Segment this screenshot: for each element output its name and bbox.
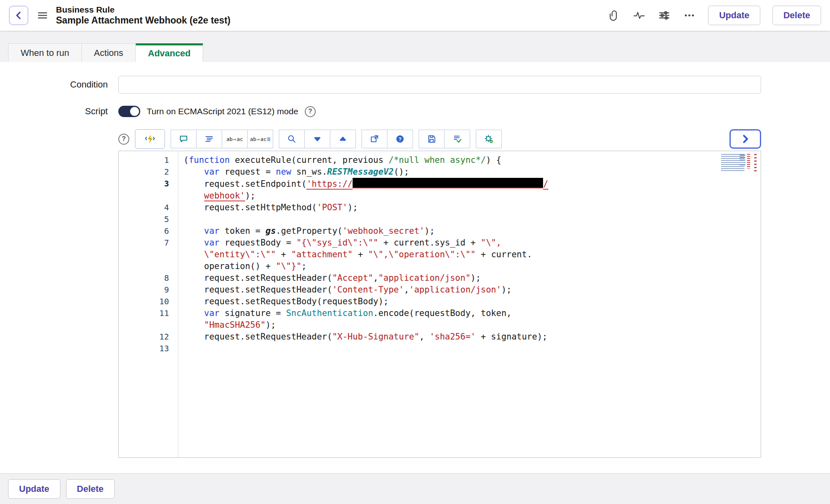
help-filled-icon: ? (395, 134, 405, 144)
replace-all-button[interactable]: ab→ac≣ (247, 130, 273, 148)
line-number: 10 (119, 296, 178, 308)
code-line[interactable]: 11 var signature = SncAuthentication.enc… (119, 308, 761, 319)
external-link-icon (370, 134, 379, 144)
personalize-sliders-icon[interactable] (658, 9, 671, 22)
tab-advanced[interactable]: Advanced (136, 43, 203, 62)
es-mode-toggle[interactable] (118, 106, 140, 117)
script-row: Script Turn on ECMAScript 2021 (ES12) mo… (0, 106, 761, 117)
line-number: 5 (119, 214, 178, 225)
header-actions: Update Delete (608, 6, 821, 25)
open-in-window-button[interactable] (362, 130, 387, 148)
tab-actions[interactable]: Actions (82, 43, 136, 62)
script-check-icon (452, 134, 462, 144)
code-line[interactable]: 13 (119, 343, 761, 355)
script-code-editor[interactable]: 1(function executeRule(current, previous… (118, 151, 761, 458)
format-code-button[interactable] (196, 130, 222, 148)
code-line[interactable]: "HmacSHA256"); (119, 319, 761, 331)
line-number: 3 (119, 178, 178, 190)
line-number: 9 (119, 284, 178, 296)
editor-minimap[interactable] (720, 153, 757, 173)
search-tools-group (279, 130, 356, 148)
attachment-icon[interactable] (608, 9, 620, 22)
code-line[interactable]: 7 var requestBody = "{\"sys_id\":\"" + c… (119, 237, 761, 249)
find-previous-button[interactable] (330, 130, 356, 148)
save-script-button[interactable] (419, 130, 445, 148)
form-card: Condition Script Turn on ECMAScript 2021… (0, 62, 830, 474)
record-type: Business Rule (56, 5, 231, 15)
code-line[interactable]: 5 (119, 214, 761, 225)
es-mode-control: Turn on ECMAScript 2021 (ES12) mode ? (118, 106, 761, 117)
delete-button[interactable]: Delete (772, 6, 821, 25)
expand-editor-button[interactable] (729, 129, 761, 149)
line-number: 7 (119, 237, 178, 249)
debug-button[interactable] (476, 130, 502, 148)
chevron-down-filled-icon (312, 134, 322, 144)
search-icon (287, 134, 297, 144)
footer-delete-button[interactable]: Delete (66, 479, 115, 499)
toggle-knob (130, 107, 139, 116)
back-button[interactable] (9, 6, 28, 25)
code-line[interactable]: operation() + "\"}"; (119, 261, 761, 272)
debug-tools-group (476, 130, 502, 148)
record-name: Sample Attachment Webhook (e2e test) (56, 15, 231, 26)
activity-stream-icon[interactable] (633, 9, 646, 22)
update-button[interactable]: Update (708, 6, 760, 25)
line-number: 13 (119, 343, 178, 355)
save-tools-group (419, 130, 470, 148)
chevron-left-icon (13, 10, 24, 21)
es-mode-help-icon[interactable]: ? (305, 106, 316, 117)
code-line[interactable]: 4 request.setHttpMethod('POST'); (119, 202, 761, 214)
form-footer: Update Delete (0, 474, 830, 504)
form-tabs: When to run Actions Advanced (0, 31, 830, 62)
chevron-up-filled-icon (338, 134, 348, 144)
line-number: 8 (119, 272, 178, 284)
record-title: Business Rule Sample Attachment Webhook … (56, 5, 231, 26)
svg-text:?: ? (398, 136, 402, 142)
line-number: 11 (119, 308, 178, 319)
save-disk-icon (427, 134, 436, 144)
editor-help-button[interactable]: ? (387, 130, 413, 148)
script-editor-container: ? (118, 129, 761, 458)
editor-toolbar: ? (118, 129, 761, 149)
code-line[interactable]: 3 request.setEndpoint('https:/// (119, 178, 761, 190)
line-number: 12 (119, 331, 178, 343)
replace-button[interactable]: ab→ac (222, 130, 248, 148)
toggle-comment-button[interactable] (171, 130, 197, 148)
code-line[interactable]: 8 request.setRequestHeader("Accept","app… (119, 272, 761, 284)
line-number: 1 (119, 154, 178, 166)
code-line[interactable]: 6 var token = gs.getProperty('webhook_se… (119, 225, 761, 237)
lightning-icon (145, 134, 155, 144)
format-lines-icon (204, 134, 214, 144)
code-line[interactable]: 9 request.setRequestHeader('Content-Type… (119, 284, 761, 296)
editor-help-icon[interactable]: ? (118, 134, 129, 145)
more-actions-icon[interactable] (683, 9, 696, 22)
window-tools-group: ? (362, 130, 413, 148)
condition-label: Condition (0, 79, 108, 90)
gutter-divider (178, 151, 178, 457)
line-number (119, 319, 178, 331)
edit-tools-group: ab→ac ab→ac≣ (171, 130, 273, 148)
code-line[interactable]: 12 request.setRequestHeader("X-Hub-Signa… (119, 331, 761, 343)
line-number (119, 249, 178, 261)
line-number: 6 (119, 225, 178, 237)
context-menu-icon[interactable] (36, 9, 49, 21)
code-line[interactable]: 1(function executeRule(current, previous… (119, 154, 761, 166)
business-rule-page: Business Rule Sample Attachment Webhook … (0, 0, 830, 504)
footer-update-button[interactable]: Update (8, 479, 60, 499)
script-editor-row: ? (0, 129, 761, 458)
validate-script-button[interactable] (444, 130, 470, 148)
search-button[interactable] (279, 130, 305, 148)
code-line[interactable]: 2 var request = new sn_ws.RESTMessageV2(… (119, 166, 761, 178)
code-line[interactable]: 10 request.setRequestBody(requestBody); (119, 296, 761, 308)
record-header: Business Rule Sample Attachment Webhook … (0, 0, 830, 31)
chevron-right-icon (740, 133, 751, 145)
code-line[interactable]: webhook'); (119, 190, 761, 202)
replace-all-icon: ab→ac≣ (250, 136, 271, 142)
tab-when-to-run[interactable]: When to run (8, 43, 82, 62)
replace-icon: ab→ac (226, 136, 243, 142)
line-number: 4 (119, 202, 178, 214)
condition-input[interactable] (118, 76, 761, 94)
syntax-editor-button[interactable] (135, 129, 165, 149)
code-line[interactable]: \"entity\":\"" + "attachment" + "\",\"op… (119, 249, 761, 261)
find-next-button[interactable] (304, 130, 330, 148)
